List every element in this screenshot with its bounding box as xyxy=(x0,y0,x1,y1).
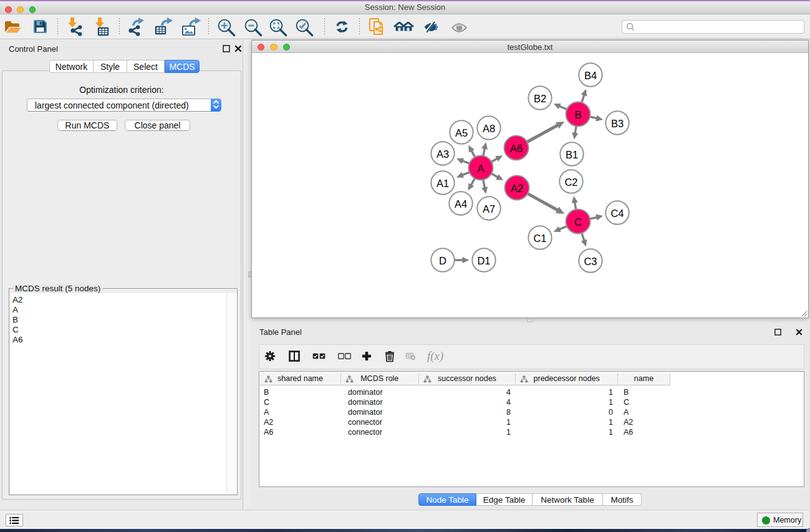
svg-text:A8: A8 xyxy=(483,123,495,134)
svg-text:A7: A7 xyxy=(483,203,495,215)
svg-text:A1: A1 xyxy=(436,178,449,189)
svg-text:C1: C1 xyxy=(533,233,546,244)
svg-text:A: A xyxy=(477,163,484,174)
svg-text:A3: A3 xyxy=(436,148,449,160)
svg-text:A6: A6 xyxy=(510,143,523,154)
svg-text:C3: C3 xyxy=(584,256,597,267)
svg-text:C: C xyxy=(574,216,582,228)
svg-text:B3: B3 xyxy=(611,118,624,129)
svg-text:A4: A4 xyxy=(455,198,467,210)
svg-text:B: B xyxy=(574,109,581,120)
svg-text:B4: B4 xyxy=(584,70,597,81)
svg-text:A2: A2 xyxy=(511,183,523,194)
svg-text:C2: C2 xyxy=(564,177,577,188)
svg-text:B2: B2 xyxy=(534,93,546,104)
svg-text:A5: A5 xyxy=(455,127,468,138)
svg-text:C4: C4 xyxy=(610,208,624,219)
svg-text:B1: B1 xyxy=(566,149,578,160)
svg-text:D: D xyxy=(439,255,446,266)
svg-text:D1: D1 xyxy=(477,255,490,266)
